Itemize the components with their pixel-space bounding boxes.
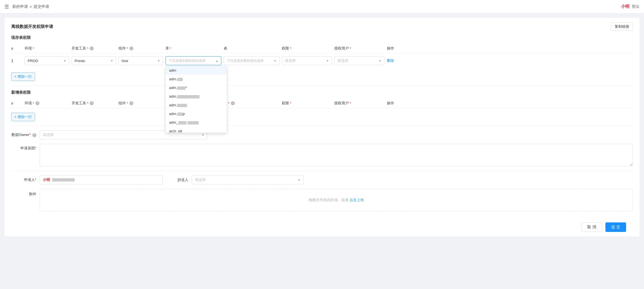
reason-textarea[interactable]	[40, 144, 633, 166]
authorized-user-placeholder: 请选择	[337, 58, 348, 63]
page-title: 离线数据开发权限申请	[11, 24, 53, 29]
logout-button[interactable]: 登出	[632, 4, 640, 9]
new-dev-tool-info-icon: ?	[90, 101, 94, 105]
applicant-value-display: 小明	[40, 175, 163, 184]
applicant-blur	[52, 178, 75, 182]
col-component: 组件* ?	[119, 46, 163, 51]
env-select[interactable]: PROD ▼	[25, 56, 69, 65]
cc-select-arrow: ▼	[298, 178, 300, 182]
existing-table-header: # 环境* 开发工具* ? 组件* ? 库* 表	[11, 44, 633, 53]
attachment-row: 附件 拖拽文件至此区域，或者 点击上传	[11, 189, 633, 211]
cancel-button[interactable]: 取 消	[581, 222, 602, 232]
cc-placeholder: 请选择	[195, 177, 206, 182]
dropdown-item-adm7[interactable]: adm_███ ████	[166, 118, 227, 127]
new-col-env: 环境* ?	[25, 101, 69, 106]
new-env-info-icon: ?	[35, 101, 39, 105]
dropdown-item-adm6[interactable]: adm.██p	[166, 109, 227, 118]
new-col-dev-tool: 开发工具* ?	[72, 101, 116, 106]
copy-link-button[interactable]: 复制链接	[611, 22, 633, 31]
main-content: 离线数据开发权限申请 复制链接 现存表权限 # 环境* 开发工具* ? 组件* …	[0, 13, 644, 245]
env-select-arrow: ▼	[63, 59, 66, 62]
applicant-label: 申请人*	[11, 177, 36, 182]
footer-actions: 取 消 提 交	[11, 218, 633, 236]
applicant-row: 申请人* 小明 抄送人 请选择 ▼	[11, 171, 633, 184]
menu-icon[interactable]: ☰	[4, 4, 9, 10]
delete-row-button[interactable]: 删除	[387, 58, 409, 63]
authorized-user-select[interactable]: 请选择 ▼	[334, 56, 385, 65]
database-dropdown-container: 下拉选项依赖前面的选择 ▲ adm adm.██ adm.███* ad	[165, 56, 221, 65]
component-info-icon: ?	[129, 46, 133, 50]
data-owner-placeholder: 请选择	[43, 132, 54, 137]
new-table-header: # 环境* ? 开发工具* ? 组件* ? 库* 表* ?	[11, 98, 633, 108]
new-col-num: #	[11, 101, 22, 105]
new-col-authorized-user: 授权用户*	[334, 101, 385, 106]
existing-permissions-section: 现存表权限 # 环境* 开发工具* ? 组件* ? 库*	[11, 35, 633, 81]
upload-area[interactable]: 拖拽文件至此区域，或者 点击上传	[40, 189, 633, 211]
col-num: #	[11, 46, 22, 51]
col-dev-tool: 开发工具* ?	[72, 46, 116, 51]
new-component-info-icon: ?	[129, 101, 133, 105]
data-owner-select-arrow: ▼	[202, 133, 204, 137]
component-select[interactable]: hive ▼	[119, 56, 163, 65]
dev-tool-info-icon: ?	[90, 46, 94, 50]
existing-table-row: 1 PROD ▼ Presto ▼ hive ▼	[11, 53, 633, 68]
dropdown-item-adm4[interactable]: adm.████████	[166, 92, 227, 101]
submit-button[interactable]: 提 交	[605, 222, 626, 232]
col-env: 环境*	[25, 46, 69, 51]
applicant-name: 小明	[43, 177, 50, 182]
col-table: 表	[224, 46, 280, 51]
data-owner-label: 数据Owner* ?	[11, 132, 36, 137]
permission-select-arrow: ▼	[326, 59, 329, 62]
new-permissions-title: 新增表权限	[11, 90, 633, 95]
upload-link[interactable]: 点击上传	[349, 198, 364, 203]
col-operation: 操作	[387, 46, 409, 51]
new-col-permission: 权限*	[282, 101, 332, 106]
applicant-field: 申请人* 小明	[11, 175, 163, 184]
cc-select[interactable]: 请选择 ▼	[192, 175, 304, 184]
col-authorized-user: 授权用户*	[334, 46, 385, 51]
database-select[interactable]: 下拉选项依赖前面的选择 ▲	[165, 56, 221, 65]
dropdown-item-adm[interactable]: adm	[166, 66, 227, 75]
attachment-label: 附件	[11, 189, 36, 197]
database-placeholder: 下拉选项依赖前面的选择	[169, 58, 205, 63]
existing-add-row-button[interactable]: + 增加一行	[11, 72, 35, 81]
permission-select[interactable]: 请选择 ▼	[282, 56, 332, 65]
reason-label: 申请原因*	[11, 144, 36, 151]
header-left: ☰ 新的申请 > 提交申请	[4, 4, 49, 10]
new-add-row-button[interactable]: + 增加一行	[11, 113, 35, 121]
data-owner-info-icon: ?	[32, 133, 36, 137]
data-owner-row: 数据Owner* ? 请选择 ▼	[11, 126, 633, 139]
user-name: 小明	[621, 4, 629, 9]
dropdown-item-adm2[interactable]: adm.██	[166, 75, 227, 83]
row-number: 1	[11, 58, 22, 63]
col-permission: 权限*	[282, 46, 332, 51]
table-select-arrow: ▼	[274, 59, 276, 62]
new-table-info-icon: ?	[231, 101, 235, 105]
new-col-component: 组件* ?	[119, 101, 163, 106]
cc-label: 抄送人	[172, 177, 188, 182]
reason-row: 申请原因*	[11, 144, 633, 166]
database-select-arrow: ▲	[216, 59, 218, 62]
authorized-user-select-arrow: ▼	[379, 59, 382, 62]
cc-field: 抄送人 请选择 ▼	[172, 175, 304, 184]
new-col-operation: 操作	[387, 101, 409, 106]
new-col-table: 表* ?	[224, 101, 280, 106]
dev-tool-select[interactable]: Presto ▼	[72, 56, 116, 65]
breadcrumb: 新的申请 > 提交申请	[12, 4, 49, 9]
table-placeholder: 下拉选项依赖前面的选择	[227, 58, 264, 63]
component-select-arrow: ▼	[157, 59, 160, 62]
dropdown-item-arch[interactable]: arch_etl	[166, 127, 227, 133]
header-right: 小明 登出	[621, 4, 640, 9]
upload-hint: 拖拽文件至此区域，或者	[309, 198, 349, 203]
breadcrumb-current: 提交申请	[34, 4, 49, 9]
dropdown-item-adm5[interactable]: adm.████	[166, 101, 227, 109]
new-permissions-section: 新增表权限 # 环境* ? 开发工具* ? 组件* ? 库*	[11, 85, 633, 121]
dropdown-item-adm3[interactable]: adm.███*	[166, 83, 227, 92]
breadcrumb-new[interactable]: 新的申请	[12, 4, 28, 9]
col-database: 库*	[165, 46, 221, 51]
permission-placeholder: 请选择	[285, 58, 296, 63]
table-select[interactable]: 下拉选项依赖前面的选择 ▼	[224, 56, 280, 65]
database-dropdown-menu: adm adm.██ adm.███* adm.████████ adm.███…	[165, 66, 227, 133]
existing-permissions-title: 现存表权限	[11, 35, 633, 40]
header: ☰ 新的申请 > 提交申请 小明 登出	[0, 0, 644, 13]
